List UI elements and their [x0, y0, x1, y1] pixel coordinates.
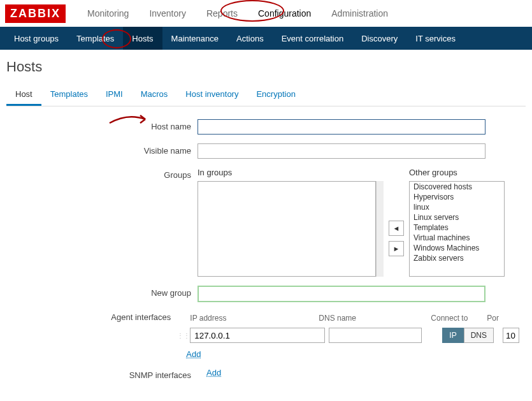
add-snmp-interface-link[interactable]: Add	[206, 368, 221, 377]
label-in-groups: In groups	[198, 168, 384, 177]
top-nav: Monitoring Inventory Reports Configurati…	[77, 8, 398, 18]
subnav-event-correlation[interactable]: Event correlation	[273, 27, 353, 50]
host-name-input[interactable]	[198, 119, 485, 135]
page-title: Hosts	[0, 50, 532, 84]
move-left-button[interactable]: ◄	[389, 221, 404, 236]
subnav-host-groups[interactable]: Host groups	[5, 27, 68, 50]
port-input[interactable]	[503, 328, 519, 343]
tabs: Host Templates IPMI Macros Host inventor…	[6, 84, 526, 106]
nav-monitoring[interactable]: Monitoring	[77, 8, 139, 18]
subnav-actions[interactable]: Actions	[227, 27, 273, 50]
tab-templates[interactable]: Templates	[41, 84, 97, 106]
list-item[interactable]: Linux servers	[410, 212, 504, 222]
list-item[interactable]: Virtual machines	[410, 233, 504, 243]
col-port: Por	[487, 314, 512, 323]
other-groups-list[interactable]: Discovered hosts Hypervisors linux Linux…	[409, 181, 505, 277]
tab-encryption[interactable]: Encryption	[247, 84, 304, 106]
list-item[interactable]: Hypervisors	[410, 192, 504, 202]
scrollbar[interactable]	[376, 181, 384, 277]
list-item[interactable]: Windows Machines	[410, 243, 504, 253]
sub-nav: Host groups Templates Hosts Maintenance …	[0, 27, 532, 50]
label-groups: Groups	[13, 168, 198, 180]
label-agent-interfaces: Agent interfaces	[13, 311, 177, 322]
connect-dns-toggle[interactable]: DNS	[464, 328, 494, 343]
drag-handle-icon[interactable]: ⋮⋮	[177, 335, 186, 337]
nav-reports[interactable]: Reports	[196, 8, 248, 18]
tab-host-inventory[interactable]: Host inventory	[176, 84, 247, 106]
subnav-maintenance[interactable]: Maintenance	[162, 27, 227, 50]
visible-name-input[interactable]	[198, 143, 485, 159]
ip-address-input[interactable]	[190, 328, 325, 343]
label-other-groups: Other groups	[409, 168, 505, 177]
list-item[interactable]: linux	[410, 202, 504, 212]
tab-macros[interactable]: Macros	[132, 84, 177, 106]
add-agent-interface-link[interactable]: Add	[186, 349, 201, 359]
subnav-it-services[interactable]: IT services	[406, 27, 464, 50]
in-groups-list[interactable]	[198, 181, 376, 277]
label-new-group: New group	[13, 286, 198, 298]
col-ip-address: IP address	[177, 314, 319, 323]
tab-host[interactable]: Host	[6, 84, 41, 106]
subnav-templates[interactable]: Templates	[68, 27, 123, 50]
dns-name-input[interactable]	[329, 328, 422, 343]
label-visible-name: Visible name	[13, 143, 198, 156]
col-dns-name: DNS name	[319, 314, 414, 323]
list-item[interactable]: Discovered hosts	[410, 182, 504, 192]
label-host-name: Host name	[13, 119, 198, 131]
nav-administration[interactable]: Administration	[321, 8, 398, 18]
connect-ip-toggle[interactable]: IP	[442, 328, 463, 343]
subnav-discovery[interactable]: Discovery	[352, 27, 406, 50]
list-item[interactable]: Zabbix servers	[410, 253, 504, 263]
new-group-input[interactable]	[198, 286, 485, 302]
subnav-hosts[interactable]: Hosts	[123, 27, 162, 50]
move-right-button[interactable]: ►	[389, 241, 404, 256]
list-item[interactable]: Templates	[410, 222, 504, 233]
tab-ipmi[interactable]: IPMI	[97, 84, 132, 106]
col-connect-to: Connect to	[431, 314, 487, 323]
logo: ZABBIX	[5, 4, 66, 23]
label-snmp-interfaces: SNMP interfaces	[13, 368, 198, 380]
nav-configuration[interactable]: Configuration	[248, 8, 321, 18]
nav-inventory[interactable]: Inventory	[139, 8, 196, 18]
